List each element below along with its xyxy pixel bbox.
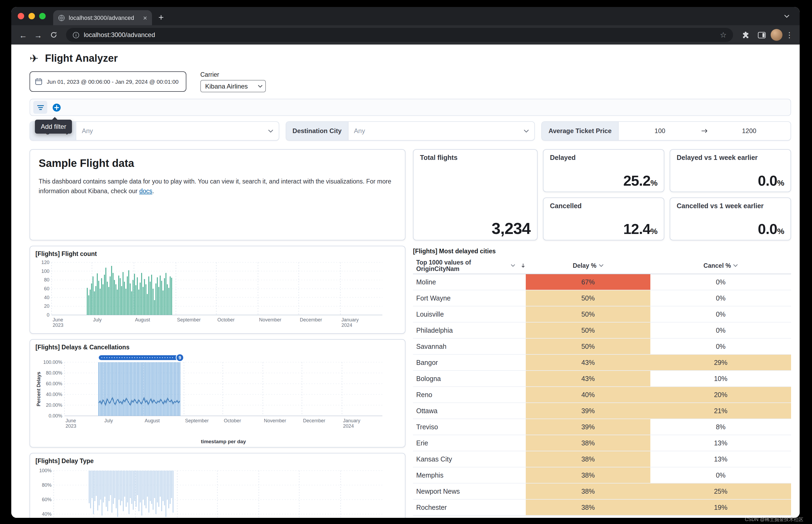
- ticket-price-max[interactable]: 1200: [708, 122, 791, 140]
- date-range-picker[interactable]: Jun 01, 2023 @ 00:06:00 - Jan 29, 2024 @…: [30, 71, 186, 92]
- city-cell: Moline: [413, 274, 526, 290]
- table-row[interactable]: Philadelphia50%0%: [413, 323, 791, 339]
- carrier-select[interactable]: Kibana Airlines: [200, 80, 266, 92]
- city-cell: Kansas City: [413, 451, 526, 467]
- ticket-price-label: Average Ticket Price: [542, 122, 619, 140]
- table-row[interactable]: Bangor43%29%: [413, 355, 791, 371]
- table-row[interactable]: Treviso39%8%: [413, 419, 791, 435]
- browser-menu-kebab-icon[interactable]: ⋮: [785, 31, 794, 39]
- city-cell: Newport News: [413, 484, 526, 499]
- table-row[interactable]: Fort Wayne50%0%: [413, 290, 791, 307]
- delays-cancellations-chart[interactable]: 0.00%20.00%40.00%60.00%80.00%100.00%June…: [35, 353, 400, 446]
- cancel-cell: 0%: [650, 339, 791, 354]
- svg-text:December: December: [303, 418, 325, 423]
- table-row[interactable]: Reno40%20%: [413, 387, 791, 403]
- range-arrow-icon: [701, 122, 708, 140]
- add-filter-button[interactable]: [49, 101, 63, 114]
- cancel-cell: 13%: [650, 451, 791, 467]
- new-tab-button[interactable]: +: [158, 13, 164, 22]
- table-row[interactable]: Rochester38%19%: [413, 500, 791, 516]
- filters-row: Origin City Any Destination City Any: [30, 121, 791, 141]
- extensions-icon[interactable]: [738, 31, 752, 39]
- back-button[interactable]: ←: [17, 31, 30, 39]
- table-row[interactable]: Savannah50%0%: [413, 339, 791, 355]
- delay-cell: 50%: [526, 290, 650, 306]
- browser-tab[interactable]: localhost:3000/advanced ×: [53, 10, 152, 25]
- table-row[interactable]: Moline67%0%: [413, 274, 791, 290]
- chevron-down-icon: [510, 264, 515, 267]
- svg-text:80.00%: 80.00%: [46, 370, 62, 376]
- chevron-down-icon: [268, 129, 273, 133]
- table-row[interactable]: Newport News38%25%: [413, 484, 791, 500]
- metric-label: Cancelled: [550, 202, 657, 210]
- flight-count-chart[interactable]: 020406080100120June2023JulyAugustSeptemb…: [35, 259, 400, 332]
- cancelled-vs-week-value: 0.0: [758, 221, 777, 237]
- destination-city-filter[interactable]: Destination City Any: [285, 121, 535, 141]
- column-header-delay[interactable]: Delay %: [526, 262, 650, 269]
- delayed-cities-body: Moline67%0%Fort Wayne50%0%Louisville50%0…: [413, 274, 791, 516]
- bookmark-star-icon[interactable]: ☆: [720, 31, 727, 39]
- svg-text:November: November: [264, 418, 286, 423]
- column-header-origin-city[interactable]: Top 1000 values of OriginCityNam: [413, 259, 526, 272]
- forward-button[interactable]: →: [32, 31, 45, 39]
- table-row[interactable]: Memphis38%0%: [413, 468, 791, 484]
- delay-type-chart[interactable]: 100%80%60%40%20%0%: [35, 466, 400, 518]
- metrics-grid: Total flights 3,234 Delayed 25.2% Delaye…: [413, 149, 791, 241]
- delay-cell: 38%: [526, 484, 650, 499]
- total-flights-value: 3,234: [492, 219, 530, 237]
- tab-search-button[interactable]: [780, 11, 793, 21]
- url-text: localhost:3000/advanced: [84, 31, 716, 39]
- delay-cell: 40%: [526, 387, 650, 403]
- cancel-cell: 0%: [650, 323, 791, 338]
- browser-window: localhost:3000/advanced × + ← → localhos…: [11, 7, 800, 518]
- delay-cell: 38%: [526, 451, 650, 467]
- delay-cell: 50%: [526, 323, 650, 338]
- svg-text:2024: 2024: [343, 423, 354, 429]
- cancel-cell: 10%: [650, 371, 791, 386]
- ticket-price-filter[interactable]: Average Ticket Price 100 1200: [542, 121, 791, 141]
- close-window-button[interactable]: [18, 13, 24, 19]
- minimize-window-button[interactable]: [29, 13, 35, 19]
- address-bar[interactable]: localhost:3000/advanced ☆: [66, 28, 733, 42]
- ticket-price-min[interactable]: 100: [619, 122, 701, 140]
- reload-button[interactable]: [47, 31, 61, 39]
- destination-city-label: Destination City: [286, 122, 349, 140]
- flight-count-title: [Flights] Flight count: [35, 250, 400, 257]
- svg-text:January: January: [343, 418, 360, 423]
- cancel-cell: 0%: [650, 290, 791, 306]
- delay-cell: 50%: [526, 339, 650, 354]
- svg-text:November: November: [259, 317, 282, 323]
- column-label: Cancel %: [703, 262, 731, 269]
- sample-body-period: .: [152, 188, 154, 195]
- delay-type-title: [Flights] Delay Type: [35, 458, 400, 464]
- cancelled-value: 12.4: [623, 221, 650, 237]
- delay-cell: 50%: [526, 307, 650, 322]
- tab-title: localhost:3000/advanced: [69, 15, 139, 21]
- metric-label: Total flights: [420, 154, 530, 162]
- column-header-cancel[interactable]: Cancel %: [650, 262, 791, 269]
- table-row[interactable]: Bologna43%10%: [413, 371, 791, 387]
- watermark: CSDN @稀土掘金技术社区: [745, 516, 803, 523]
- side-panel-icon[interactable]: [754, 31, 768, 38]
- metric-label: Delayed vs 1 week earlier: [677, 154, 784, 162]
- zoom-window-button[interactable]: [39, 13, 46, 19]
- carrier-value: Kibana Airlines: [205, 82, 248, 90]
- tab-favicon-icon: [58, 14, 65, 21]
- filter-sets-button[interactable]: [33, 101, 47, 114]
- site-info-icon[interactable]: [73, 31, 79, 38]
- table-row[interactable]: Louisville50%0%: [413, 307, 791, 323]
- svg-text:60%: 60%: [42, 497, 51, 502]
- browser-toolbar: ← → localhost:3000/advanced ☆ ⋮: [11, 25, 800, 45]
- table-row[interactable]: Erie38%13%: [413, 435, 791, 451]
- svg-text:40%: 40%: [42, 511, 51, 517]
- destination-city-value: Any: [354, 127, 365, 135]
- svg-text:August: August: [145, 418, 160, 423]
- svg-text:40: 40: [44, 295, 49, 300]
- profile-avatar[interactable]: [771, 29, 782, 41]
- table-row[interactable]: Kansas City38%13%: [413, 451, 791, 468]
- svg-text:December: December: [300, 317, 322, 323]
- docs-link[interactable]: docs: [139, 188, 153, 195]
- table-row[interactable]: Ottawa39%21%: [413, 403, 791, 419]
- delays-cancellations-title: [Flights] Delays & Cancellations: [35, 344, 400, 350]
- tab-close-icon[interactable]: ×: [143, 14, 147, 21]
